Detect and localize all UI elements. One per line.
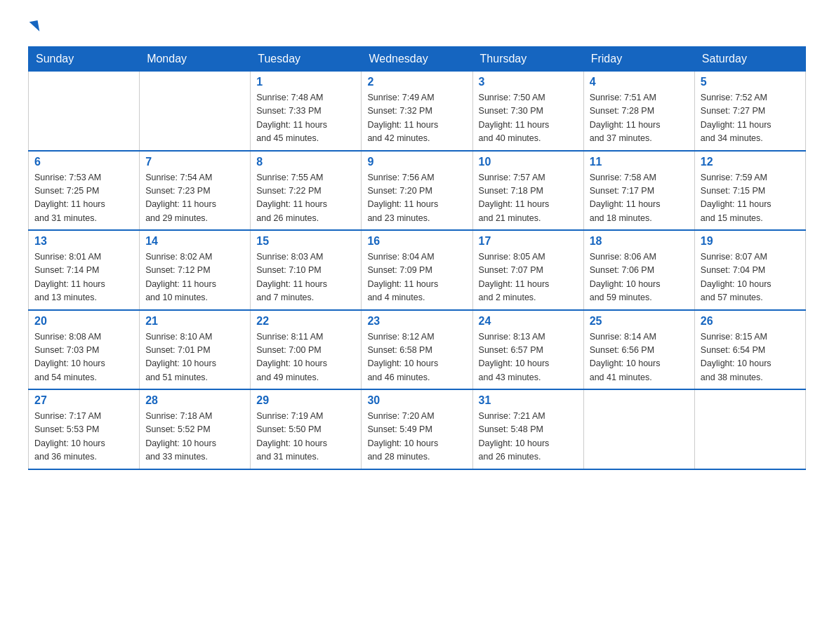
day-cell xyxy=(140,72,251,151)
day-info: Sunrise: 7:59 AMSunset: 7:15 PMDaylight:… xyxy=(701,171,800,226)
day-cell: 4Sunrise: 7:51 AMSunset: 7:28 PMDaylight… xyxy=(583,72,694,151)
day-info: Sunrise: 7:53 AMSunset: 7:25 PMDaylight:… xyxy=(34,171,133,226)
day-info: Sunrise: 8:04 AMSunset: 7:09 PMDaylight:… xyxy=(367,250,466,305)
day-number: 25 xyxy=(590,315,689,328)
day-cell: 9Sunrise: 7:56 AMSunset: 7:20 PMDaylight… xyxy=(362,151,472,231)
day-info: Sunrise: 8:12 AMSunset: 6:58 PMDaylight:… xyxy=(367,330,466,385)
day-number: 21 xyxy=(145,315,244,328)
day-number: 27 xyxy=(34,394,133,407)
day-info: Sunrise: 8:14 AMSunset: 6:56 PMDaylight:… xyxy=(590,330,689,385)
day-number: 29 xyxy=(256,394,355,407)
day-cell: 12Sunrise: 7:59 AMSunset: 7:15 PMDayligh… xyxy=(694,151,805,231)
day-number: 30 xyxy=(367,394,466,407)
day-cell: 20Sunrise: 8:08 AMSunset: 7:03 PMDayligh… xyxy=(29,310,140,390)
header-cell-tuesday: Tuesday xyxy=(251,47,362,72)
day-cell: 24Sunrise: 8:13 AMSunset: 6:57 PMDayligh… xyxy=(472,310,583,390)
day-number: 11 xyxy=(590,156,689,168)
day-info: Sunrise: 7:17 AMSunset: 5:53 PMDaylight:… xyxy=(34,410,133,464)
header-cell-friday: Friday xyxy=(583,47,694,72)
day-info: Sunrise: 8:05 AMSunset: 7:07 PMDaylight:… xyxy=(479,250,578,305)
day-number: 10 xyxy=(479,156,578,168)
day-cell xyxy=(29,72,140,151)
day-number: 7 xyxy=(145,156,244,168)
day-cell: 28Sunrise: 7:18 AMSunset: 5:52 PMDayligh… xyxy=(140,389,251,469)
day-cell: 26Sunrise: 8:15 AMSunset: 6:54 PMDayligh… xyxy=(694,310,805,390)
day-cell: 21Sunrise: 8:10 AMSunset: 7:01 PMDayligh… xyxy=(140,310,251,390)
day-info: Sunrise: 7:49 AMSunset: 7:32 PMDaylight:… xyxy=(367,91,466,146)
logo xyxy=(28,21,48,32)
calendar-header: SundayMondayTuesdayWednesdayThursdayFrid… xyxy=(29,47,806,72)
day-cell: 31Sunrise: 7:21 AMSunset: 5:48 PMDayligh… xyxy=(472,389,583,469)
day-cell: 7Sunrise: 7:54 AMSunset: 7:23 PMDaylight… xyxy=(140,151,251,231)
day-cell: 5Sunrise: 7:52 AMSunset: 7:27 PMDaylight… xyxy=(694,72,805,151)
day-info: Sunrise: 7:54 AMSunset: 7:23 PMDaylight:… xyxy=(145,171,244,226)
day-info: Sunrise: 7:51 AMSunset: 7:28 PMDaylight:… xyxy=(590,91,689,146)
day-number: 19 xyxy=(701,235,800,248)
day-cell xyxy=(694,389,805,469)
day-info: Sunrise: 8:07 AMSunset: 7:04 PMDaylight:… xyxy=(701,250,800,305)
day-info: Sunrise: 8:03 AMSunset: 7:10 PMDaylight:… xyxy=(256,250,355,305)
day-cell: 18Sunrise: 8:06 AMSunset: 7:06 PMDayligh… xyxy=(583,230,694,310)
day-info: Sunrise: 7:20 AMSunset: 5:49 PMDaylight:… xyxy=(367,410,466,464)
day-cell: 10Sunrise: 7:57 AMSunset: 7:18 PMDayligh… xyxy=(472,151,583,231)
day-info: Sunrise: 8:13 AMSunset: 6:57 PMDaylight:… xyxy=(479,330,578,385)
day-info: Sunrise: 8:02 AMSunset: 7:12 PMDaylight:… xyxy=(145,250,244,305)
day-info: Sunrise: 7:50 AMSunset: 7:30 PMDaylight:… xyxy=(479,91,578,146)
header-cell-thursday: Thursday xyxy=(472,47,583,72)
week-row-4: 20Sunrise: 8:08 AMSunset: 7:03 PMDayligh… xyxy=(29,310,806,390)
day-number: 8 xyxy=(256,156,355,168)
header-cell-wednesday: Wednesday xyxy=(362,47,472,72)
day-cell: 6Sunrise: 7:53 AMSunset: 7:25 PMDaylight… xyxy=(29,151,140,231)
day-cell: 30Sunrise: 7:20 AMSunset: 5:49 PMDayligh… xyxy=(362,389,472,469)
header-cell-monday: Monday xyxy=(140,47,251,72)
day-number: 14 xyxy=(145,235,244,248)
calendar-body: 1Sunrise: 7:48 AMSunset: 7:33 PMDaylight… xyxy=(29,72,806,469)
day-cell: 27Sunrise: 7:17 AMSunset: 5:53 PMDayligh… xyxy=(29,389,140,469)
calendar-table: SundayMondayTuesdayWednesdayThursdayFrid… xyxy=(28,46,806,470)
day-number: 6 xyxy=(34,156,133,168)
day-number: 24 xyxy=(479,315,578,328)
day-number: 20 xyxy=(34,315,133,328)
day-cell: 22Sunrise: 8:11 AMSunset: 7:00 PMDayligh… xyxy=(251,310,362,390)
day-cell: 16Sunrise: 8:04 AMSunset: 7:09 PMDayligh… xyxy=(362,230,472,310)
day-cell: 23Sunrise: 8:12 AMSunset: 6:58 PMDayligh… xyxy=(362,310,472,390)
day-cell: 14Sunrise: 8:02 AMSunset: 7:12 PMDayligh… xyxy=(140,230,251,310)
day-cell: 11Sunrise: 7:58 AMSunset: 7:17 PMDayligh… xyxy=(583,151,694,231)
day-number: 9 xyxy=(367,156,466,168)
day-cell: 19Sunrise: 8:07 AMSunset: 7:04 PMDayligh… xyxy=(694,230,805,310)
day-cell: 1Sunrise: 7:48 AMSunset: 7:33 PMDaylight… xyxy=(251,72,362,151)
day-cell: 17Sunrise: 8:05 AMSunset: 7:07 PMDayligh… xyxy=(472,230,583,310)
day-number: 1 xyxy=(256,76,355,88)
day-cell: 8Sunrise: 7:55 AMSunset: 7:22 PMDaylight… xyxy=(251,151,362,231)
day-info: Sunrise: 8:01 AMSunset: 7:14 PMDaylight:… xyxy=(34,250,133,305)
day-number: 13 xyxy=(34,235,133,248)
day-number: 15 xyxy=(256,235,355,248)
logo-triangle-icon xyxy=(29,20,40,33)
week-row-5: 27Sunrise: 7:17 AMSunset: 5:53 PMDayligh… xyxy=(29,389,806,469)
day-number: 16 xyxy=(367,235,466,248)
day-cell: 3Sunrise: 7:50 AMSunset: 7:30 PMDaylight… xyxy=(472,72,583,151)
day-info: Sunrise: 8:06 AMSunset: 7:06 PMDaylight:… xyxy=(590,250,689,305)
day-info: Sunrise: 7:19 AMSunset: 5:50 PMDaylight:… xyxy=(256,410,355,464)
day-info: Sunrise: 7:57 AMSunset: 7:18 PMDaylight:… xyxy=(479,171,578,226)
day-number: 22 xyxy=(256,315,355,328)
header-cell-saturday: Saturday xyxy=(694,47,805,72)
week-row-2: 6Sunrise: 7:53 AMSunset: 7:25 PMDaylight… xyxy=(29,151,806,231)
day-number: 28 xyxy=(145,394,244,407)
day-number: 18 xyxy=(590,235,689,248)
header-row: SundayMondayTuesdayWednesdayThursdayFrid… xyxy=(29,47,806,72)
day-number: 17 xyxy=(479,235,578,248)
day-number: 2 xyxy=(367,76,466,88)
day-number: 12 xyxy=(701,156,800,168)
day-info: Sunrise: 7:21 AMSunset: 5:48 PMDaylight:… xyxy=(479,410,578,464)
page-header xyxy=(28,21,806,32)
day-cell: 29Sunrise: 7:19 AMSunset: 5:50 PMDayligh… xyxy=(251,389,362,469)
day-info: Sunrise: 8:11 AMSunset: 7:00 PMDaylight:… xyxy=(256,330,355,385)
day-cell: 25Sunrise: 8:14 AMSunset: 6:56 PMDayligh… xyxy=(583,310,694,390)
day-info: Sunrise: 7:48 AMSunset: 7:33 PMDaylight:… xyxy=(256,91,355,146)
day-info: Sunrise: 7:55 AMSunset: 7:22 PMDaylight:… xyxy=(256,171,355,226)
week-row-1: 1Sunrise: 7:48 AMSunset: 7:33 PMDaylight… xyxy=(29,72,806,151)
day-info: Sunrise: 8:10 AMSunset: 7:01 PMDaylight:… xyxy=(145,330,244,385)
day-number: 26 xyxy=(701,315,800,328)
day-info: Sunrise: 8:08 AMSunset: 7:03 PMDaylight:… xyxy=(34,330,133,385)
